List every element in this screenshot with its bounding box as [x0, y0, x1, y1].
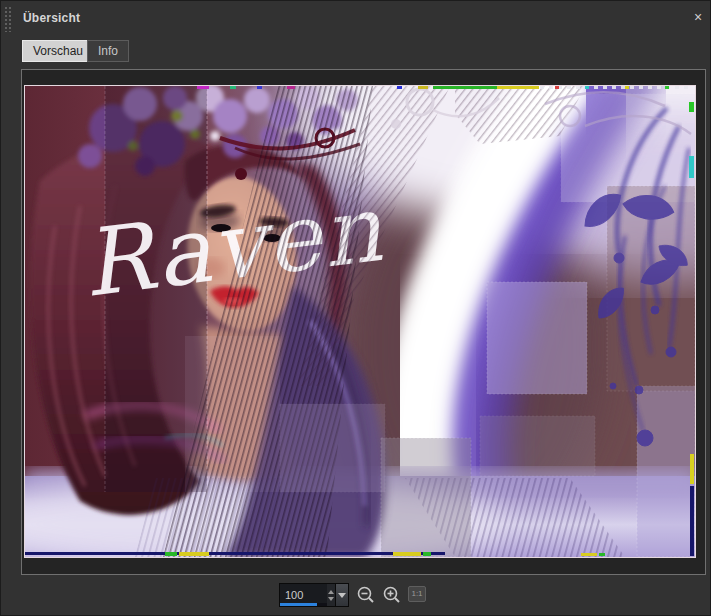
tab-vorschau[interactable]: Vorschau — [22, 40, 94, 62]
zoom-level-bar[interactable] — [280, 603, 327, 606]
actual-size-icon: 1:1 — [411, 589, 422, 598]
zoom-out-icon — [355, 584, 377, 606]
zoom-spinner[interactable] — [327, 584, 336, 606]
drag-grip-icon[interactable] — [4, 6, 12, 32]
artwork-svg: Raven — [25, 86, 695, 557]
zoom-field — [280, 584, 327, 606]
overview-panel: Übersicht × Vorschau Info — [0, 0, 711, 616]
zoom-level-control — [279, 583, 349, 607]
zoom-out-button[interactable] — [355, 584, 377, 606]
tab-info[interactable]: Info — [87, 40, 129, 62]
preview-image[interactable]: Raven — [24, 85, 696, 558]
close-icon[interactable]: × — [689, 8, 707, 26]
chevron-down-icon — [338, 593, 346, 598]
zoom-level-bar-fill — [280, 603, 317, 606]
zoom-in-button[interactable] — [381, 584, 403, 606]
zoom-value-input[interactable] — [280, 584, 327, 603]
spin-up-icon[interactable] — [328, 590, 334, 594]
preview-area: Raven — [21, 69, 706, 575]
zoom-dropdown-button[interactable] — [335, 584, 348, 606]
actual-size-button[interactable]: 1:1 — [408, 586, 426, 602]
zoom-in-icon — [381, 584, 403, 606]
panel-title: Übersicht — [23, 11, 80, 25]
spin-down-icon[interactable] — [328, 597, 334, 601]
